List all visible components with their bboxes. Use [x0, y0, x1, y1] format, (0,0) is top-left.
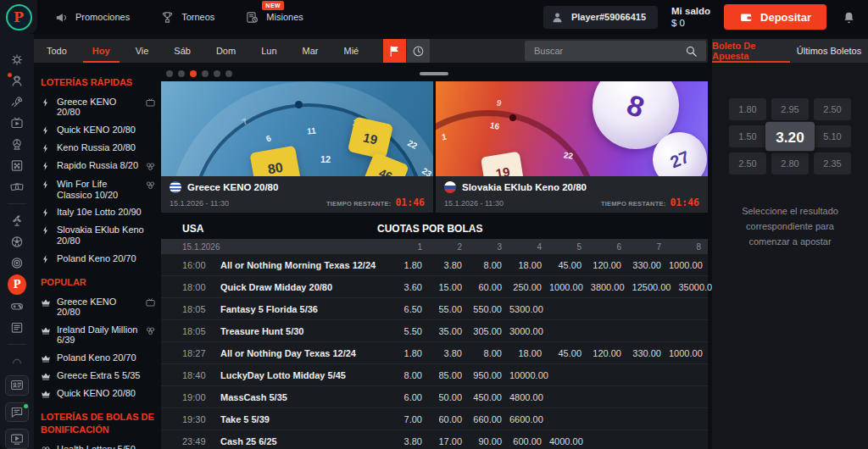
brand-logo[interactable]: P	[0, 0, 37, 34]
rail-item-tv-games[interactable]	[8, 116, 26, 130]
banner-card[interactable]: 91612219827Slovakia EKlub Keno 20/8015.1…	[436, 81, 708, 213]
odd-cell[interactable]: 45.00	[549, 260, 589, 270]
odd-cell[interactable]: 1000.00	[669, 260, 710, 270]
carousel-dot[interactable]	[166, 70, 173, 77]
rail-item-sports[interactable]	[8, 235, 26, 249]
rail-item-lotto[interactable]: P	[8, 277, 26, 292]
odd-cell[interactable]: 85.00	[430, 370, 470, 380]
search-box[interactable]	[525, 41, 706, 61]
search-input[interactable]	[532, 45, 684, 57]
odd-cell[interactable]: 12500.00	[632, 282, 679, 292]
odd-cell[interactable]: 1000.00	[549, 282, 591, 292]
betslip-tab[interactable]: Boleto De Apuesta	[712, 39, 790, 63]
odd-cell[interactable]: 3.80	[430, 260, 470, 270]
sidebar-item[interactable]: Poland Keno 20/70	[34, 250, 161, 268]
day-tab-sáb[interactable]: Sáb	[161, 39, 203, 63]
odd-cell[interactable]: 18.00	[509, 348, 549, 358]
rail-item-scratch-cards[interactable]	[8, 180, 26, 194]
carousel-dot[interactable]	[190, 70, 197, 77]
odd-button[interactable]: 2.50	[814, 98, 851, 120]
day-tab-mié[interactable]: Mié	[331, 39, 371, 63]
nav-torneos[interactable]: Torneos	[160, 10, 214, 25]
odd-cell[interactable]: 1.80	[390, 260, 430, 270]
rail-item-virtual-sports[interactable]	[8, 256, 26, 270]
odd-cell[interactable]: 600.00	[509, 436, 549, 446]
odd-cell[interactable]: 17.00	[430, 436, 470, 446]
rail-item-chat[interactable]	[5, 402, 29, 423]
sidebar-item[interactable]: Greece KENO 20/80	[34, 93, 161, 121]
odd-button-selected[interactable]: 3.20	[765, 122, 815, 151]
odd-cell[interactable]: 7.00	[390, 414, 430, 424]
odd-cell[interactable]: 6.50	[390, 304, 430, 314]
rail-item-live-dealer[interactable]	[8, 74, 26, 88]
odd-button[interactable]: 2.95	[771, 98, 809, 120]
odd-cell[interactable]: 45.00	[549, 348, 589, 358]
schedule-clock-button[interactable]	[407, 39, 430, 63]
odd-cell[interactable]: 950.00	[470, 370, 509, 380]
carousel-dot[interactable]	[225, 70, 232, 77]
sidebar-item[interactable]: Slovakia EKlub Keno 20/80	[34, 221, 161, 249]
table-row[interactable]: 23:49Cash 25 6/253.8017.0090.00600.00400…	[161, 430, 708, 449]
sidebar-item[interactable]: Keno Russia 20/80	[34, 139, 161, 157]
table-row[interactable]: 18:27All or Nothing Day Texas 12/241.803…	[161, 342, 708, 364]
sidebar-item[interactable]: Greece Extra 5 5/35	[34, 367, 161, 385]
odd-cell[interactable]: 3.60	[390, 282, 430, 292]
nav-promociones[interactable]: Promociones	[54, 10, 130, 25]
rail-item-profile-card[interactable]	[5, 375, 29, 396]
odd-cell[interactable]: 5.50	[390, 326, 430, 336]
rail-item-lottery-machine[interactable]	[8, 137, 26, 152]
table-row[interactable]: 18:05Fantasy 5 Florida 5/366.5055.00550.…	[161, 298, 708, 320]
odd-cell[interactable]: 8.00	[470, 260, 509, 270]
rail-item-collapse[interactable]	[8, 354, 26, 369]
sidebar-item[interactable]: Greece KENO 20/80	[34, 293, 161, 321]
rail-item-games[interactable]	[8, 299, 26, 313]
rail-item-news[interactable]	[8, 320, 26, 335]
day-tab-dom[interactable]: Dom	[203, 39, 248, 63]
odd-cell[interactable]: 3800.00	[591, 282, 632, 292]
sidebar-item[interactable]: Win For Life Classico 10/20	[34, 175, 161, 203]
odd-cell[interactable]: 330.00	[629, 348, 669, 358]
betslip-tab[interactable]: Últimos Boletos	[790, 39, 868, 63]
day-tab-hoy[interactable]: Hoy	[80, 39, 123, 63]
sidebar-item[interactable]: Quick KENO 20/80	[34, 121, 161, 139]
sidebar-item[interactable]: Rapido Russia 8/20	[34, 157, 161, 175]
table-row[interactable]: 19:00MassCash 5/356.0050.00450.004800.00	[161, 386, 708, 408]
odd-cell[interactable]: 6600.00	[509, 414, 551, 424]
odd-cell[interactable]: 55.00	[430, 304, 470, 314]
odd-button[interactable]: 1.50	[729, 125, 766, 147]
sidebar-item[interactable]: Poland Keno 20/70	[34, 349, 161, 367]
table-row[interactable]: 18:00Quick Draw Midday 20/803.6015.0060.…	[161, 276, 708, 298]
carousel-dot[interactable]	[178, 70, 185, 77]
odd-cell[interactable]: 330.00	[629, 260, 669, 270]
table-row[interactable]: 18:40LuckyDay Lotto Midday 5/458.0085.00…	[161, 364, 708, 386]
table-row[interactable]: 19:30Take 5 5/397.0060.00660.006600.00	[161, 408, 708, 430]
odd-cell[interactable]: 120.00	[589, 260, 629, 270]
sidebar-item[interactable]: Ireland Daily Million 6/39	[34, 321, 161, 349]
odd-cell[interactable]: 1000.00	[669, 348, 710, 358]
odd-cell[interactable]: 5300.00	[509, 304, 551, 314]
odd-cell[interactable]: 60.00	[430, 414, 470, 424]
rail-item-slots[interactable]	[8, 53, 26, 67]
carousel-scrollbar[interactable]	[420, 72, 448, 75]
odd-cell[interactable]: 450.00	[470, 392, 509, 402]
banner-card[interactable]: 761116122223801946Greece KENO 20/8015.1.…	[161, 81, 433, 213]
odd-button[interactable]: 5.10	[814, 125, 851, 147]
odd-button[interactable]: 2.80	[771, 152, 809, 175]
day-tab-mar[interactable]: Mar	[290, 39, 331, 63]
odd-cell[interactable]: 4800.00	[509, 392, 551, 402]
nav-misiones[interactable]: MisionesNEW	[245, 10, 303, 25]
player-account-button[interactable]: Player#59066415	[543, 6, 658, 29]
day-tab-lun[interactable]: Lun	[248, 39, 289, 63]
odd-cell[interactable]: 90.00	[470, 436, 509, 446]
odd-button[interactable]: 1.80	[729, 98, 766, 120]
rail-item-bingo[interactable]	[8, 158, 26, 173]
table-row[interactable]: 18:05Treasure Hunt 5/305.5035.00305.0030…	[161, 320, 708, 342]
odd-cell[interactable]: 3000.00	[509, 326, 551, 336]
odd-cell[interactable]: 10000.00	[509, 370, 556, 380]
table-row[interactable]: 16:00All or Nothing Morning Texas 12/241…	[161, 254, 708, 276]
odd-cell[interactable]: 50.00	[430, 392, 470, 402]
sidebar-item[interactable]: Health Lottery 5/50	[34, 441, 161, 449]
odd-cell[interactable]: 4000.00	[549, 436, 591, 446]
carousel-dot[interactable]	[202, 70, 209, 77]
odd-cell[interactable]: 250.00	[509, 282, 549, 292]
